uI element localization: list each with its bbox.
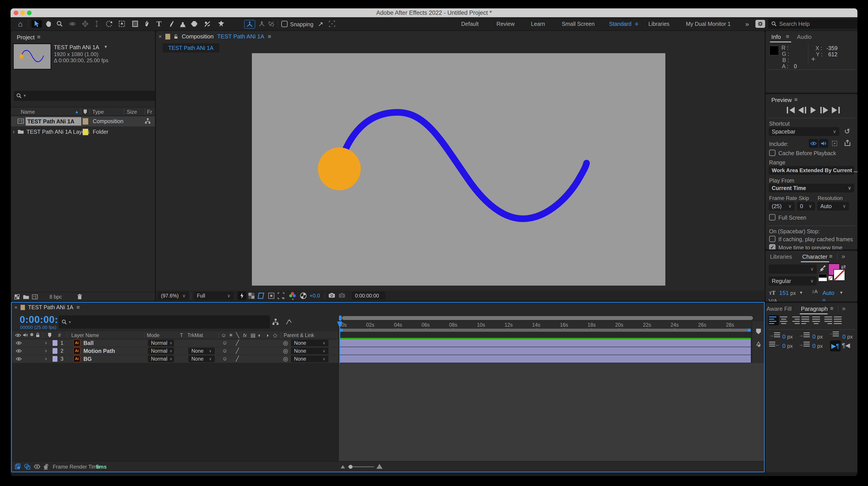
snapshot-camera-icon[interactable] (329, 293, 335, 298)
render-performance-icon[interactable] (43, 463, 50, 470)
work-area-end-handle[interactable] (748, 329, 751, 332)
previous-frame-button[interactable] (798, 107, 806, 114)
comp-panel-menu-icon[interactable]: ≡ (268, 33, 271, 40)
project-row-name[interactable]: TEST Path ANi 1A Layers (27, 129, 90, 135)
leading-value[interactable]: Auto (823, 290, 834, 296)
unlock-icon[interactable] (174, 34, 178, 39)
parent-link-column[interactable]: Parent & Link (284, 332, 314, 338)
ball-shape[interactable] (318, 148, 361, 190)
fill-over-stroke-swatch[interactable] (818, 274, 827, 281)
resolution-preview-dropdown[interactable]: Auto∨ (817, 202, 849, 210)
info-tab[interactable]: Info (771, 34, 781, 40)
layer-name[interactable]: Motion Path (84, 348, 115, 354)
eraser-tool[interactable] (189, 20, 199, 28)
threed-switch-icon[interactable]: ◇ (273, 332, 277, 338)
preview-panel-menu-icon[interactable]: ≡ (794, 96, 798, 103)
world-axis-mode[interactable] (257, 20, 267, 28)
snapping-checkbox[interactable] (281, 21, 288, 27)
justify-last-center-button[interactable] (811, 315, 821, 325)
comp-marker-icon[interactable] (756, 328, 762, 334)
region-of-interest-icon[interactable] (327, 20, 337, 28)
work-area-bar[interactable] (340, 329, 751, 332)
t-column[interactable]: T (180, 332, 183, 338)
paragraph-panel-menu-icon[interactable]: ≡ (830, 305, 833, 312)
zoom-window-button[interactable] (27, 10, 32, 15)
label-color-tan[interactable] (83, 118, 88, 125)
workspace-review[interactable]: Review (496, 21, 515, 27)
show-snapshot-icon[interactable] (339, 293, 345, 298)
resolution-dropdown[interactable]: Full∨ (194, 292, 234, 300)
composition-mini-flowchart-icon[interactable] (272, 319, 279, 325)
next-frame-button[interactable] (820, 107, 828, 114)
kerning-value-clipped[interactable]: 0 (823, 298, 826, 301)
workspace-small-screen[interactable]: Small Screen (562, 21, 595, 27)
composition-tab-title[interactable]: TEST Path ANi 1A (217, 33, 264, 40)
viewer-timecode[interactable]: 0:00:00:00 (352, 292, 385, 300)
font-size-value[interactable]: 151 (779, 290, 789, 296)
layer-duration-bar-motion-path[interactable] (340, 347, 751, 355)
workspace-default[interactable]: Default (461, 21, 478, 27)
close-tab-icon[interactable]: × (14, 304, 18, 311)
timeline-search-input[interactable]: ▼ (59, 315, 270, 329)
sync-settings-button[interactable] (755, 20, 765, 28)
shy-toggle[interactable]: ☺ (222, 340, 227, 346)
font-family-dropdown[interactable]: ∨ (769, 264, 817, 274)
folder-expander-icon[interactable]: › (13, 129, 14, 135)
workspace-libraries[interactable]: Libraries (648, 21, 670, 27)
rotation-tool[interactable] (104, 20, 114, 28)
shy-toggle[interactable]: ☺ (222, 356, 227, 362)
parent-dropdown[interactable]: None∨ (291, 340, 329, 346)
space-after-value[interactable]: 0 (812, 343, 815, 349)
range-dropdown[interactable]: Work Area Extended By Current ...∨ (769, 166, 854, 175)
motion-blur-switch-icon[interactable]: ◐ (258, 332, 261, 338)
audio-tab[interactable]: Audio (797, 34, 812, 40)
view-axis-mode[interactable] (267, 20, 276, 28)
exposure-value[interactable]: +0.0 (310, 293, 320, 299)
font-size-dropdown-arrow[interactable]: ▼ (799, 290, 803, 295)
pick-whip-icon[interactable]: ◎ (283, 348, 288, 354)
label-column-icon[interactable] (83, 109, 87, 114)
shy-toggle[interactable]: ☺ (222, 348, 227, 354)
composition-viewport[interactable] (252, 53, 665, 286)
space-before-value[interactable]: 0 (812, 333, 815, 340)
quality-switch-icon[interactable]: ╲ (236, 332, 239, 338)
mini-flowchart-icon[interactable] (145, 118, 151, 124)
project-tab[interactable]: Project (17, 34, 35, 41)
pick-whip-icon[interactable]: ◎ (283, 340, 288, 347)
first-line-indent-value[interactable]: 0 (842, 333, 845, 340)
orbit-camera-tool[interactable] (67, 20, 77, 28)
zoom-in-mountain-icon[interactable] (376, 464, 382, 469)
timeline-navigator[interactable] (339, 315, 754, 321)
eyedropper-icon[interactable] (819, 265, 826, 272)
workspace-learn[interactable]: Learn (531, 21, 545, 27)
clone-stamp-tool[interactable] (178, 20, 188, 28)
expand-in-out-icon[interactable] (34, 463, 40, 470)
layer-duration-bar-bg[interactable] (340, 355, 751, 363)
new-folder-icon[interactable] (23, 294, 29, 299)
justify-last-right-button[interactable] (822, 315, 833, 325)
transparency-grid-icon[interactable] (248, 292, 255, 299)
mode-column[interactable]: Mode (147, 332, 160, 338)
panel-overflow-chevron[interactable]: » (841, 253, 845, 260)
project-row-folder[interactable]: › TEST Path ANi 1A Layers Folder (11, 127, 155, 137)
home-icon[interactable]: ⌂ (16, 20, 25, 28)
track-matte-dropdown[interactable]: None∨ (188, 356, 215, 362)
video-column-icon[interactable] (15, 333, 21, 337)
align-right-button[interactable] (790, 315, 801, 325)
quality-toggle[interactable]: ╱ (236, 340, 239, 346)
guides-options-icon[interactable] (278, 292, 284, 299)
track-matte-dropdown[interactable]: None∨ (188, 348, 215, 354)
label-color-yellow[interactable] (83, 129, 88, 135)
new-composition-icon[interactable] (32, 294, 38, 299)
frame-rate-dropdown[interactable]: (25)∨ (769, 202, 795, 210)
last-frame-button[interactable] (832, 107, 840, 114)
include-overlays-icon[interactable] (830, 139, 839, 148)
comp-button-icon[interactable] (756, 342, 762, 348)
project-row-name-selected[interactable]: TEST Path ANi 1A (27, 118, 74, 125)
shortcut-dropdown[interactable]: Spacebar∨ (769, 127, 839, 136)
layer-visibility-eye-icon[interactable] (16, 357, 22, 361)
skip-dropdown[interactable]: 0∨ (797, 202, 815, 210)
workspace-menu-icon[interactable]: ≡ (635, 21, 639, 27)
trkmat-column[interactable]: TrkMat (187, 332, 203, 338)
trash-icon[interactable] (77, 294, 82, 300)
